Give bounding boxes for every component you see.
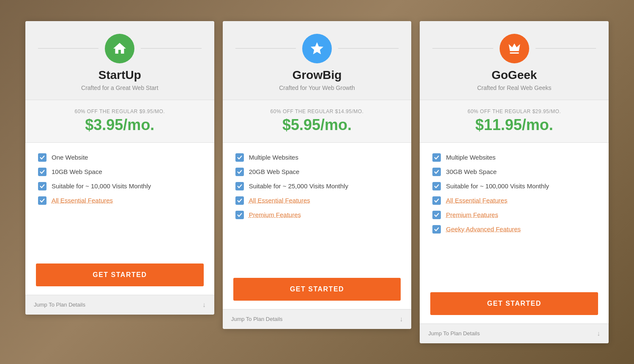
house-icon bbox=[105, 34, 134, 63]
feature-link-5[interactable]: Geeky Advanced Features bbox=[446, 225, 521, 233]
plan-header-gogeek: GoGeek Crafted for Real Web Geeks bbox=[420, 21, 609, 100]
original-price-label: 60% OFF THE REGULAR $29.95/MO. bbox=[432, 109, 596, 114]
star-icon bbox=[302, 34, 332, 63]
icon-line-right bbox=[338, 48, 399, 49]
original-price-label: 60% OFF THE REGULAR $9.95/MO. bbox=[38, 109, 202, 114]
feature-link-3[interactable]: All Essential Features bbox=[249, 197, 310, 204]
feature-text-0: Multiple Websites bbox=[249, 154, 298, 161]
plan-cta-startup: GET STARTED bbox=[25, 255, 214, 295]
feature-checkbox-icon bbox=[235, 153, 244, 162]
current-price: $5.95/mo. bbox=[235, 116, 399, 134]
feature-checkbox-icon bbox=[38, 153, 46, 162]
get-started-button-startup[interactable]: GET STARTED bbox=[36, 263, 204, 286]
jump-to-plan-label: Jump To Plan Details bbox=[428, 330, 480, 337]
feature-spacer bbox=[432, 239, 596, 273]
icon-line-right bbox=[536, 48, 596, 49]
feature-text-2: Suitable for ~ 25,000 Visits Monthly bbox=[249, 182, 348, 190]
feature-text-2: Suitable for ~ 10,000 Visits Monthly bbox=[52, 182, 151, 190]
plan-pricing-gogeek: 60% OFF THE REGULAR $29.95/MO. $11.95/mo… bbox=[420, 100, 609, 143]
feature-text-0: One Website bbox=[52, 154, 88, 161]
feature-link-3[interactable]: All Essential Features bbox=[446, 197, 507, 204]
plan-cta-growbig: GET STARTED bbox=[223, 269, 412, 309]
feature-item: Geeky Advanced Features bbox=[432, 225, 596, 234]
feature-checkbox-icon bbox=[235, 168, 244, 176]
plan-cta-gogeek: GET STARTED bbox=[420, 284, 609, 323]
feature-item: Premium Features bbox=[432, 211, 596, 219]
plan-icon-row bbox=[432, 34, 596, 63]
feature-checkbox-icon bbox=[432, 182, 441, 190]
feature-text-0: Multiple Websites bbox=[446, 154, 495, 161]
plan-card-startup: StartUp Crafted for a Great Web Start 60… bbox=[25, 21, 214, 315]
current-price: $3.95/mo. bbox=[38, 116, 202, 134]
feature-item: Premium Features bbox=[235, 211, 399, 219]
icon-line-left bbox=[38, 48, 98, 49]
plan-name: GoGeek bbox=[432, 68, 596, 82]
icon-line-left bbox=[235, 48, 296, 49]
jump-to-plan-label: Jump To Plan Details bbox=[34, 302, 85, 308]
crown-icon bbox=[500, 34, 529, 63]
plan-name: StartUp bbox=[38, 68, 202, 82]
feature-item: All Essential Features bbox=[38, 196, 202, 205]
feature-checkbox-icon bbox=[432, 225, 441, 234]
original-price-label: 60% OFF THE REGULAR $14.95/MO. bbox=[235, 109, 399, 114]
plan-features-startup: One Website 10GB Web Space Suitable for … bbox=[25, 143, 214, 255]
plan-tagline: Crafted for a Great Web Start bbox=[38, 84, 202, 91]
feature-link-4[interactable]: Premium Features bbox=[249, 211, 301, 218]
feature-item: Suitable for ~ 100,000 Visits Monthly bbox=[432, 182, 596, 190]
feature-item: Suitable for ~ 25,000 Visits Monthly bbox=[235, 182, 399, 190]
feature-text-1: 10GB Web Space bbox=[52, 168, 102, 175]
feature-spacer bbox=[235, 225, 399, 259]
feature-checkbox-icon bbox=[38, 168, 46, 176]
get-started-button-gogeek[interactable]: GET STARTED bbox=[430, 292, 598, 315]
feature-link-4[interactable]: Premium Features bbox=[446, 211, 498, 218]
feature-item: 10GB Web Space bbox=[38, 168, 202, 176]
feature-checkbox-icon bbox=[38, 182, 46, 190]
feature-link-3[interactable]: All Essential Features bbox=[52, 197, 113, 204]
feature-spacer bbox=[38, 211, 202, 244]
plan-header-growbig: GrowBig Crafted for Your Web Growth bbox=[223, 21, 412, 100]
feature-checkbox-icon bbox=[432, 168, 441, 176]
feature-item: 30GB Web Space bbox=[432, 168, 596, 176]
feature-item: All Essential Features bbox=[432, 196, 596, 205]
feature-text-1: 20GB Web Space bbox=[249, 168, 300, 175]
feature-text-2: Suitable for ~ 100,000 Visits Monthly bbox=[446, 182, 549, 190]
icon-line-left bbox=[432, 48, 493, 49]
plan-tagline: Crafted for Real Web Geeks bbox=[432, 84, 596, 91]
plan-pricing-growbig: 60% OFF THE REGULAR $14.95/MO. $5.95/mo. bbox=[223, 100, 412, 143]
plan-card-growbig: GrowBig Crafted for Your Web Growth 60% … bbox=[223, 21, 412, 329]
feature-item: Suitable for ~ 10,000 Visits Monthly bbox=[38, 182, 202, 190]
plan-features-gogeek: Multiple Websites 30GB Web Space Suitabl… bbox=[420, 143, 609, 284]
feature-item: One Website bbox=[38, 153, 202, 162]
feature-checkbox-icon bbox=[235, 211, 244, 219]
plan-name: GrowBig bbox=[235, 68, 399, 82]
feature-item: Multiple Websites bbox=[235, 153, 399, 162]
current-price: $11.95/mo. bbox=[432, 116, 596, 134]
plan-icon-row bbox=[235, 34, 399, 63]
feature-checkbox-icon bbox=[235, 196, 244, 205]
plan-icon-row bbox=[38, 34, 202, 63]
plan-footer-growbig[interactable]: Jump To Plan Details ↓ bbox=[223, 309, 412, 329]
feature-checkbox-icon bbox=[432, 153, 441, 162]
icon-line-right bbox=[141, 48, 201, 49]
feature-item: Multiple Websites bbox=[432, 153, 596, 162]
feature-checkbox-icon bbox=[432, 196, 441, 205]
plan-features-growbig: Multiple Websites 20GB Web Space Suitabl… bbox=[223, 143, 412, 269]
plan-tagline: Crafted for Your Web Growth bbox=[235, 84, 399, 91]
feature-checkbox-icon bbox=[432, 211, 441, 219]
plan-pricing-startup: 60% OFF THE REGULAR $9.95/MO. $3.95/mo. bbox=[25, 100, 214, 143]
feature-item: All Essential Features bbox=[235, 196, 399, 205]
feature-item: 20GB Web Space bbox=[235, 168, 399, 176]
plan-footer-startup[interactable]: Jump To Plan Details ↓ bbox=[25, 295, 214, 315]
plan-footer-gogeek[interactable]: Jump To Plan Details ↓ bbox=[420, 323, 609, 343]
feature-text-1: 30GB Web Space bbox=[446, 168, 497, 175]
plans-container: StartUp Crafted for a Great Web Start 60… bbox=[21, 21, 613, 343]
arrow-down-icon: ↓ bbox=[399, 315, 403, 323]
arrow-down-icon: ↓ bbox=[597, 330, 600, 337]
get-started-button-growbig[interactable]: GET STARTED bbox=[233, 278, 401, 301]
jump-to-plan-label: Jump To Plan Details bbox=[231, 316, 283, 322]
feature-checkbox-icon bbox=[235, 182, 244, 190]
plan-header-startup: StartUp Crafted for a Great Web Start bbox=[25, 21, 214, 100]
plan-card-gogeek: GoGeek Crafted for Real Web Geeks 60% OF… bbox=[420, 21, 609, 343]
arrow-down-icon: ↓ bbox=[202, 301, 206, 309]
feature-checkbox-icon bbox=[38, 196, 46, 205]
